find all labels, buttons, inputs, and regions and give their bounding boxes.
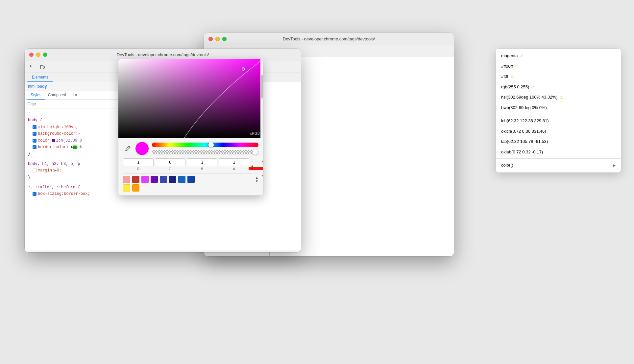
alpha-slider[interactable] [152,150,258,154]
prop-bg-color: background-color [38,130,76,137]
layout-tab[interactable]: La [69,91,80,100]
svg-rect-1 [43,66,44,68]
swatch-y1[interactable] [123,184,130,192]
format-oklch[interactable]: oklch(0.72 0.36 331.46) [496,126,621,137]
format-color-fn[interactable]: color() ▶ [496,160,621,171]
val-min-height: 100vh; [64,124,78,130]
selector-headings: body, h1, h2, h3, p, p [28,161,80,167]
swatch-4[interactable] [151,176,158,183]
format-hwb[interactable]: hwb(302.69deg 0% 0%) [496,102,621,113]
prop-box-sizing: box-sizing [38,191,61,197]
swatch-1[interactable] [123,176,130,183]
elements-tab-front[interactable]: Elements [27,73,53,82]
scrollbar-track[interactable] [260,59,263,138]
format-oklab[interactable]: oklab(0.72 0.32 -0.17) [496,147,621,157]
alpha-thumb[interactable] [253,149,258,155]
swatch-6[interactable] [169,176,176,183]
eyedropper-button[interactable] [123,144,132,153]
color-controls [123,142,258,155]
device-mode-icon[interactable] [38,62,47,72]
selector-body: body { [28,117,42,124]
red-label: R [137,167,140,171]
breadcrumb-html[interactable]: html [28,84,36,89]
format-rgb[interactable]: rgb(255 0 255) ⚠ [496,82,621,92]
swatch-y2[interactable] [132,184,139,192]
warning-icon-0: ⚠ [520,53,524,59]
window-title-front: DevTools - developer.chrome.com/tags/dev… [117,52,209,57]
styles-tab[interactable]: Styles [27,91,45,100]
breadcrumb-body[interactable]: body [37,84,47,89]
warning-icon-2: ⚠ [510,74,514,80]
minimize-button-back[interactable] [215,37,220,41]
swatch-7[interactable] [178,176,185,183]
close-button-front[interactable] [29,53,34,57]
scrollbar-thumb[interactable] [261,75,263,99]
checkbox-box-sizing[interactable] [33,192,37,196]
swatch-2[interactable] [132,176,139,183]
blue-input[interactable]: 1 [187,158,217,166]
format-lab[interactable]: lab(62.32 105.78 -61.53) [496,136,621,147]
checkbox-min-height[interactable] [33,125,37,129]
red-input[interactable]: 1 [123,158,154,166]
format-ff00ff[interactable]: #ff00ff ⚠ [496,61,621,72]
green-label: G [169,167,172,171]
format-magenta[interactable]: magenta ⚠ [496,51,621,61]
titlebar-back: DevTools - developer.chrome.com/tags/dev… [204,33,454,45]
checkbox-border-color[interactable] [33,145,37,149]
window-title-back: DevTools - developer.chrome.com/tags/dev… [283,36,375,41]
warning-icon-3: ⚠ [531,84,535,90]
alpha-input[interactable]: 1 [219,158,249,166]
swatch-8[interactable] [187,176,195,183]
close-brace-headings: } [28,174,30,181]
svg-rect-0 [40,65,43,69]
svg-line-2 [128,147,130,148]
alpha-input-group: 1 A [219,158,249,171]
color-picker: sRGB [118,59,263,195]
computed-tab[interactable]: Computed [45,91,69,100]
maximize-button-back[interactable] [222,37,227,41]
warning-icon-4: ⚠ [559,94,563,100]
color-preview-circle [135,142,149,155]
warning-icon-1: ⚠ [515,63,519,69]
selector-all: *, ::after, ::before { [28,184,80,191]
green-input[interactable]: 0 [155,158,185,166]
red-input-group: 1 R [123,158,154,171]
close-button-back[interactable] [208,37,213,41]
gradient-cursor[interactable] [242,67,245,71]
alpha-label: A [233,167,235,171]
format-separator-1 [496,114,621,114]
traffic-lights-back [208,37,227,41]
format-separator-2 [496,158,621,159]
green-input-group: 0 G [155,158,185,171]
format-f0f[interactable]: #f0f ⚠ [496,71,621,82]
color-picker-body: 1 R 0 G 1 B 1 A ▲▼ [118,138,263,195]
swatch-3[interactable] [141,176,149,183]
blue-label: B [201,167,203,171]
swatch-5[interactable] [160,176,167,183]
format-lch[interactable]: lch(62.32 122.38 329.81) [496,116,621,126]
val-margin: 0; [57,167,61,174]
hue-thumb[interactable] [208,142,214,148]
color-gradient-canvas[interactable]: sRGB [118,59,263,138]
prop-margin: margin [38,167,52,174]
blue-input-group: 1 B [187,158,217,171]
val-color: lch(32.39 0 [56,137,82,144]
checkbox-color[interactable] [33,139,37,143]
val-box-sizing: border-box; [64,191,90,197]
swatches-back: ▲▼ [204,256,454,256]
minimize-button-front[interactable] [36,53,40,57]
color-inputs: 1 R 0 G 1 B 1 A ▲▼ [123,158,258,171]
red-arrow-indicator [249,159,263,178]
sliders [152,143,258,154]
traffic-lights-front [29,53,47,57]
format-hsl[interactable]: hsl(302.69deg 100% 43.32%) ⚠ [496,92,621,102]
color-space-label: sRGB [250,131,260,135]
inspect-element-icon[interactable] [27,62,37,72]
close-brace-body: } [28,150,30,157]
maximize-button-front[interactable] [43,53,47,57]
prop-min-height: min-height [38,124,61,130]
hue-slider[interactable] [152,143,258,147]
checkbox-bg-color[interactable] [33,132,37,136]
color-format-dropdown[interactable]: magenta ⚠ #ff00ff ⚠ #f0f ⚠ rgb(255 0 255… [496,49,621,172]
color-swatches-row2 [123,183,258,192]
